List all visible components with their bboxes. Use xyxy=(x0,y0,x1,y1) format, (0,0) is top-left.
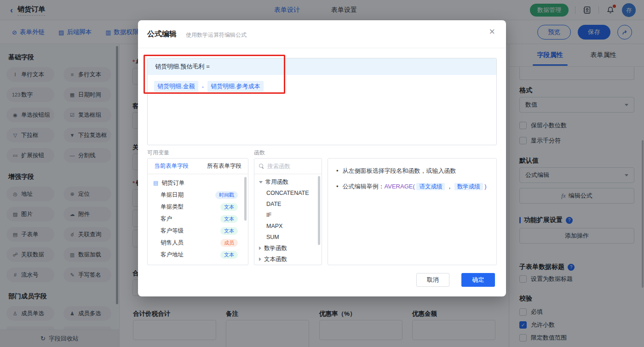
modal-header-divider xyxy=(138,48,506,48)
confirm-button[interactable]: 确定 xyxy=(461,273,495,287)
type-badge: 文本 xyxy=(220,215,238,223)
variables-panel: 当前表单字段 所有表单字段 ▤ 销货订单 单据日期 时间戳 单据类型 文本 客户 xyxy=(147,158,248,265)
formula-editor-area[interactable]: 销货明细.预估毛利 = 销货明细.金额 - 销货明细.参考成本 xyxy=(147,58,497,145)
variables-section-label: 可用变量 xyxy=(147,149,169,157)
formula-editor-modal: 公式编辑 使用数学运算符编辑公式 × 销货明细.预估毛利 = 销货明细.金额 -… xyxy=(138,20,506,296)
type-badge: 文本 xyxy=(220,203,238,211)
modal-title: 公式编辑 xyxy=(147,29,177,39)
function-item[interactable]: IF xyxy=(254,210,322,221)
type-badge: 成员 xyxy=(220,239,238,247)
cancel-button[interactable]: 取消 xyxy=(416,273,449,287)
formula-field-chip[interactable]: 销货明细.参考成本 xyxy=(207,81,264,92)
search-icon xyxy=(259,164,264,169)
variable-row[interactable]: 单据日期 时间戳 xyxy=(148,189,248,201)
chevron-right-icon xyxy=(259,257,261,261)
bullet: • xyxy=(336,182,339,191)
app-window: ‹ 销货订单 表单设计 表单设置 数据管理 存 xyxy=(0,0,644,347)
functions-panel: 常用函数 CONCATENATE DATE IF MAPX SUM 数学函数 文… xyxy=(254,158,322,265)
bullet: • xyxy=(336,166,339,176)
functions-section-label: 函数 xyxy=(254,149,265,157)
function-name-example: AVERAGE( xyxy=(385,183,415,190)
function-group-common[interactable]: 常用函数 xyxy=(254,176,322,188)
chevron-right-icon xyxy=(259,246,261,250)
example-field-chip: 语文成绩 xyxy=(416,183,445,190)
close-icon[interactable]: × xyxy=(489,27,495,37)
minus-operator: - xyxy=(202,83,204,90)
type-badge: 文本 xyxy=(220,251,238,259)
example-field-chip: 数学成绩 xyxy=(454,183,483,190)
variable-row[interactable]: 单据类型 文本 xyxy=(148,201,248,213)
modal-subtitle: 使用数学运算符编辑公式 xyxy=(186,31,247,39)
function-item[interactable]: MAPX xyxy=(254,221,322,232)
chevron-down-icon xyxy=(259,181,263,183)
variable-row[interactable]: 客户地址 文本 xyxy=(148,249,248,261)
help-text-2: 公式编辑举例：AVERAGE( 语文成绩 ， 数学成绩 ) xyxy=(343,182,487,191)
variable-tree-root[interactable]: ▤ 销货订单 xyxy=(148,177,248,189)
function-item[interactable]: SUM xyxy=(254,232,322,243)
form-doc-icon: ▤ xyxy=(153,180,158,186)
function-group-math[interactable]: 数学函数 xyxy=(254,243,322,254)
function-search-input[interactable] xyxy=(267,163,313,170)
functions-scrollbar[interactable] xyxy=(318,176,320,245)
variables-scrollbar[interactable] xyxy=(244,177,247,221)
formula-field-chip[interactable]: 销货明细.金额 xyxy=(154,81,198,92)
function-group-text[interactable]: 文本函数 xyxy=(254,254,322,265)
function-item[interactable]: DATE xyxy=(254,199,322,210)
function-item[interactable]: CONCATENATE xyxy=(254,188,322,199)
help-text-1: 从左侧面板选择字段名和函数，或输入函数 xyxy=(343,166,456,176)
tab-all-form-fields[interactable]: 所有表单字段 xyxy=(207,162,242,170)
variable-row[interactable]: 客户 文本 xyxy=(148,213,248,225)
type-badge: 时间戳 xyxy=(215,191,238,199)
tab-current-form-fields[interactable]: 当前表单字段 xyxy=(154,162,189,170)
variable-row[interactable]: 销售人员 成员 xyxy=(148,237,248,249)
help-panel: • 从左侧面板选择字段名和函数，或输入函数 • 公式编辑举例：AVERAGE( … xyxy=(328,158,497,265)
type-badge: 文本 xyxy=(220,227,238,235)
formula-target: 销货明细.预估毛利 = xyxy=(148,58,496,75)
variable-row[interactable]: 客户等级 文本 xyxy=(148,225,248,237)
